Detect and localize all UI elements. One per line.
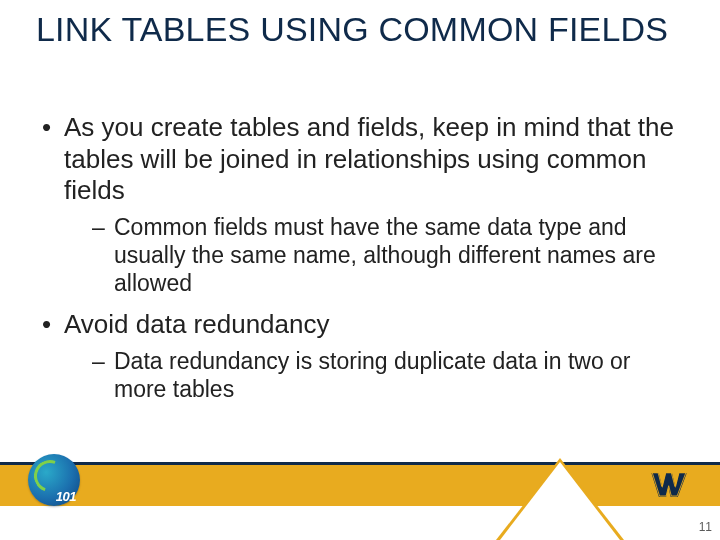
bullet-item: Avoid data redundancy Data redundancy is… [36, 309, 684, 403]
bullet-list-level1: As you create tables and fields, keep in… [36, 112, 684, 403]
sub-bullet-item: Data redundancy is storing duplicate dat… [64, 347, 684, 403]
sub-bullet-text: Data redundancy is storing duplicate dat… [114, 348, 631, 402]
sub-bullet-item: Common fields must have the same data ty… [64, 213, 684, 297]
chevron-cutout-icon [500, 462, 620, 540]
course-logo-icon: 101 [28, 454, 80, 506]
bullet-text: As you create tables and fields, keep in… [64, 112, 674, 205]
page-number: 11 [699, 520, 712, 534]
bullet-list-level2: Common fields must have the same data ty… [64, 213, 684, 297]
wvu-flying-logo-icon [650, 470, 694, 500]
bullet-list-level2: Data redundancy is storing duplicate dat… [64, 347, 684, 403]
slide: LINK TABLES USING COMMON FIELDS As you c… [0, 0, 720, 540]
bullet-text: Avoid data redundancy [64, 309, 330, 339]
slide-title: LINK TABLES USING COMMON FIELDS [36, 10, 690, 48]
bullet-item: As you create tables and fields, keep in… [36, 112, 684, 297]
slide-body: As you create tables and fields, keep in… [36, 112, 684, 415]
logo-101-text: 101 [56, 489, 76, 504]
sub-bullet-text: Common fields must have the same data ty… [114, 214, 656, 296]
